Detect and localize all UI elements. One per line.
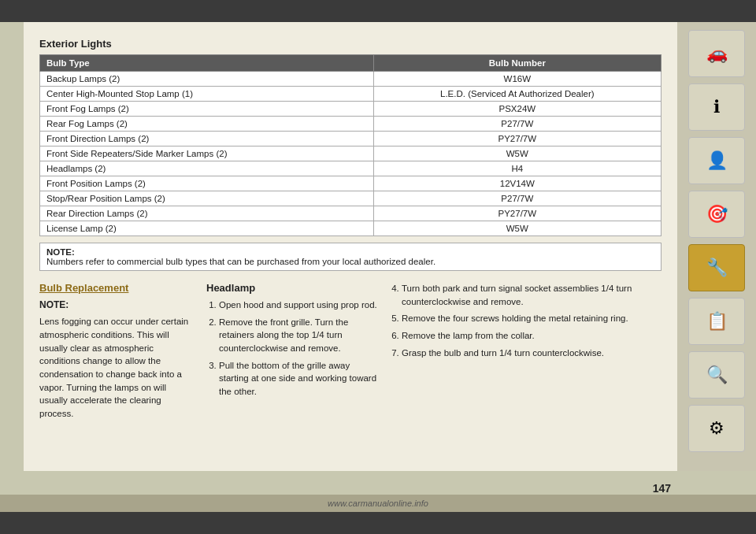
person-icon[interactable]: 👤: [688, 137, 745, 184]
cell-type: Front Fog Lamps (2): [40, 102, 374, 117]
cell-number: W5W: [373, 221, 661, 236]
headlamp-step: Open hood and support using prop rod.: [219, 299, 380, 312]
right-sidebar: 🚗ℹ👤🎯🔧📋🔍⚙: [677, 22, 756, 471]
cell-number: P27/7W: [373, 117, 661, 132]
search-icon[interactable]: 🔍: [688, 351, 745, 399]
right-step: Grasp the bulb and turn 1/4 turn counter…: [402, 347, 662, 360]
cell-type: Center High-Mounted Stop Lamp (1): [40, 87, 374, 102]
note-text: Numbers refer to commercial bulb types t…: [46, 257, 435, 266]
settings-icon[interactable]: ⚙: [688, 405, 745, 452]
table-row: Front Position Lamps (2)12V14W: [40, 176, 662, 191]
top-bar: [0, 0, 756, 22]
note-title: NOTE:: [46, 247, 75, 257]
cell-number: H4: [373, 161, 661, 176]
cell-type: Headlamps (2): [40, 161, 374, 176]
table-row: License Lamp (2)W5W: [40, 221, 662, 236]
bulb-table: Bulb Type Bulb Number Backup Lamps (2)W1…: [39, 54, 662, 236]
table-row: Rear Direction Lamps (2)PY27/7W: [40, 206, 662, 221]
cell-type: Front Position Lamps (2): [40, 176, 374, 191]
right-steps-col: Turn both park and turn signal socket as…: [389, 282, 662, 424]
table-row: Backup Lamps (2)W16W: [40, 72, 662, 87]
cell-type: Front Side Repeaters/Side Marker Lamps (…: [40, 146, 374, 161]
right-step: Remove the four screws holding the metal…: [402, 312, 662, 325]
headlamp-steps: Open hood and support using prop rod.Rem…: [206, 299, 380, 399]
note-inline-title: NOTE:: [39, 299, 69, 310]
note-box: NOTE: Numbers refer to commercial bulb t…: [39, 243, 662, 271]
table-row: Headlamps (2)H4: [40, 161, 662, 176]
table-row: Front Direction Lamps (2)PY27/7W: [40, 132, 662, 146]
bulb-replacement-text: Lens fogging can occur under certain atm…: [39, 315, 197, 420]
lower-section: Bulb Replacement NOTE: Lens fogging can …: [39, 282, 662, 424]
service-icon[interactable]: 📋: [688, 298, 745, 345]
cell-number: W16W: [373, 72, 661, 87]
col-header-number: Bulb Number: [373, 55, 661, 72]
main-content: Exterior Lights Bulb Type Bulb Number Ba…: [24, 22, 677, 471]
cell-number: L.E.D. (Serviced At Authorized Dealer): [373, 87, 661, 102]
section-title: Exterior Lights: [39, 38, 662, 50]
headlamp-col: Headlamp Open hood and support using pro…: [206, 282, 380, 424]
steering-icon[interactable]: 🎯: [688, 191, 745, 238]
table-row: Stop/Rear Position Lamps (2)P27/7W: [40, 191, 662, 206]
cell-number: 12V14W: [373, 176, 661, 191]
cell-type: Front Direction Lamps (2): [40, 132, 374, 146]
car-icon[interactable]: 🚗: [688, 30, 745, 77]
cell-type: Backup Lamps (2): [40, 72, 374, 87]
bulb-replacement-title: Bulb Replacement: [39, 282, 197, 294]
headlamp-step: Remove the front grille. Turn the retain…: [219, 316, 380, 355]
right-steps: Turn both park and turn signal socket as…: [389, 282, 662, 359]
table-row: Front Fog Lamps (2)PSX24W: [40, 102, 662, 117]
page-number: 147: [653, 482, 671, 495]
watermark-text: www.carmanualonline.info: [328, 499, 428, 508]
cell-type: License Lamp (2): [40, 221, 374, 236]
cell-number: PY27/7W: [373, 132, 661, 146]
right-step: Remove the lamp from the collar.: [402, 329, 662, 343]
cell-number: PY27/7W: [373, 206, 661, 221]
watermark-bar: www.carmanualonline.info: [0, 495, 756, 512]
cell-type: Rear Fog Lamps (2): [40, 117, 374, 132]
col-header-type: Bulb Type: [40, 55, 374, 72]
right-step: Turn both park and turn signal socket as…: [402, 282, 662, 308]
bulb-replacement-col: Bulb Replacement NOTE: Lens fogging can …: [39, 282, 197, 424]
cell-type: Rear Direction Lamps (2): [40, 206, 374, 221]
bottom-bar: [0, 512, 756, 534]
headlamp-step: Pull the bottom of the grille away start…: [219, 359, 380, 399]
headlamp-title: Headlamp: [206, 282, 380, 294]
info-icon[interactable]: ℹ: [688, 83, 745, 131]
table-row: Front Side Repeaters/Side Marker Lamps (…: [40, 146, 662, 161]
table-row: Center High-Mounted Stop Lamp (1)L.E.D. …: [40, 87, 662, 102]
cell-number: P27/7W: [373, 191, 661, 206]
cell-number: W5W: [373, 146, 661, 161]
table-row: Rear Fog Lamps (2)P27/7W: [40, 117, 662, 132]
cell-type: Stop/Rear Position Lamps (2): [40, 191, 374, 206]
cell-number: PSX24W: [373, 102, 661, 117]
tools-icon[interactable]: 🔧: [688, 244, 745, 291]
